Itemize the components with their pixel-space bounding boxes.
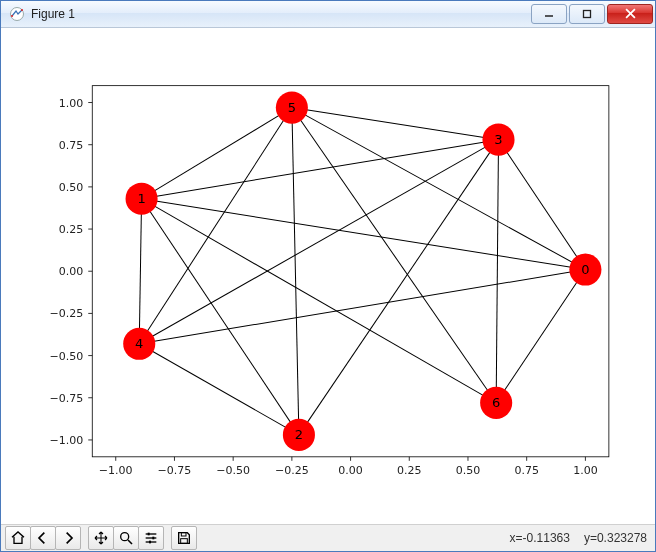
svg-text:3: 3 bbox=[494, 132, 502, 147]
svg-line-52 bbox=[299, 139, 499, 434]
cursor-coords: x=-0.11363 y=0.323278 bbox=[510, 531, 647, 545]
svg-text:5: 5 bbox=[288, 100, 296, 115]
svg-point-2 bbox=[21, 9, 23, 11]
svg-text:−0.25: −0.25 bbox=[49, 307, 83, 320]
svg-line-75 bbox=[128, 540, 132, 544]
svg-line-58 bbox=[139, 107, 292, 343]
svg-text:−1.00: −1.00 bbox=[49, 434, 83, 447]
svg-rect-80 bbox=[152, 537, 154, 540]
config-button[interactable] bbox=[138, 526, 164, 550]
window-controls bbox=[529, 4, 653, 24]
svg-point-74 bbox=[121, 533, 129, 541]
toolbar bbox=[5, 526, 204, 550]
back-button[interactable] bbox=[30, 526, 56, 550]
svg-text:1.00: 1.00 bbox=[573, 464, 598, 477]
svg-line-46 bbox=[496, 269, 585, 402]
svg-line-57 bbox=[496, 139, 498, 402]
svg-text:−1.00: −1.00 bbox=[99, 464, 133, 477]
svg-line-51 bbox=[142, 198, 497, 402]
svg-line-55 bbox=[139, 139, 498, 343]
svg-text:0.50: 0.50 bbox=[456, 464, 481, 477]
content-area: −1.00−0.75−0.50−0.250.000.250.500.751.00… bbox=[1, 28, 655, 525]
app-window: Figure 1 −1.00−0.75−0.50−0.250.000.250.5… bbox=[0, 0, 656, 552]
svg-line-50 bbox=[142, 107, 292, 198]
svg-text:0.00: 0.00 bbox=[338, 464, 363, 477]
svg-line-56 bbox=[292, 107, 499, 139]
svg-rect-4 bbox=[584, 10, 591, 17]
svg-text:−0.50: −0.50 bbox=[216, 464, 250, 477]
coord-x: x=-0.11363 bbox=[510, 531, 570, 545]
svg-line-42 bbox=[142, 198, 586, 269]
forward-button[interactable] bbox=[55, 526, 81, 550]
svg-line-47 bbox=[142, 198, 299, 434]
svg-line-45 bbox=[292, 107, 586, 269]
svg-rect-5 bbox=[92, 85, 609, 456]
svg-point-1 bbox=[11, 15, 13, 17]
home-button[interactable] bbox=[5, 526, 31, 550]
svg-text:−0.50: −0.50 bbox=[49, 349, 83, 362]
svg-text:−0.75: −0.75 bbox=[158, 464, 192, 477]
window-title: Figure 1 bbox=[31, 7, 529, 21]
titlebar[interactable]: Figure 1 bbox=[1, 1, 655, 28]
coord-y: y=0.323278 bbox=[584, 531, 647, 545]
app-icon bbox=[9, 6, 25, 22]
close-button[interactable] bbox=[607, 4, 653, 24]
maximize-button[interactable] bbox=[569, 4, 605, 24]
svg-text:0.75: 0.75 bbox=[59, 138, 84, 151]
save-button[interactable] bbox=[171, 526, 197, 550]
svg-text:0.25: 0.25 bbox=[59, 223, 84, 236]
svg-line-49 bbox=[139, 198, 141, 343]
pan-button[interactable] bbox=[88, 526, 114, 550]
svg-text:2: 2 bbox=[295, 427, 303, 442]
svg-text:1: 1 bbox=[137, 191, 145, 206]
svg-line-43 bbox=[499, 139, 586, 269]
svg-text:−0.75: −0.75 bbox=[49, 392, 83, 405]
svg-text:0.00: 0.00 bbox=[59, 265, 84, 278]
svg-text:1.00: 1.00 bbox=[59, 96, 84, 109]
svg-text:0.75: 0.75 bbox=[514, 464, 539, 477]
statusbar: x=-0.11363 y=0.323278 bbox=[1, 524, 655, 551]
svg-line-44 bbox=[139, 269, 585, 343]
svg-rect-81 bbox=[149, 541, 151, 544]
svg-line-53 bbox=[139, 344, 299, 435]
svg-rect-83 bbox=[181, 539, 188, 544]
plot-canvas[interactable]: −1.00−0.75−0.50−0.250.000.250.500.751.00… bbox=[7, 34, 649, 519]
svg-line-59 bbox=[292, 107, 496, 402]
svg-text:4: 4 bbox=[135, 336, 143, 351]
svg-rect-79 bbox=[148, 533, 150, 536]
minimize-button[interactable] bbox=[531, 4, 567, 24]
zoom-button[interactable] bbox=[113, 526, 139, 550]
svg-text:0: 0 bbox=[581, 262, 589, 277]
svg-text:−0.25: −0.25 bbox=[275, 464, 309, 477]
svg-text:0.25: 0.25 bbox=[397, 464, 422, 477]
svg-text:0.50: 0.50 bbox=[59, 181, 84, 194]
svg-text:6: 6 bbox=[492, 395, 500, 410]
svg-line-54 bbox=[292, 107, 299, 434]
